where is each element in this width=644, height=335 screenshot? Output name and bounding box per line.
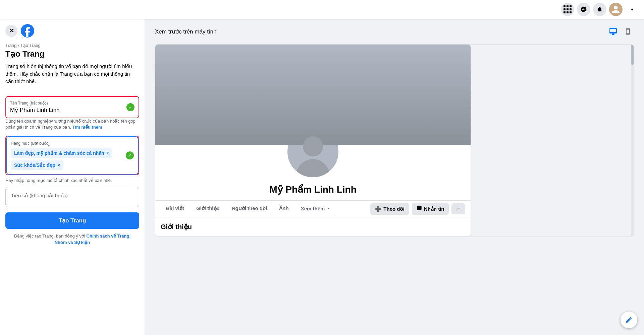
messenger-button[interactable] [577,3,590,16]
category-field-label: Hạng mục (Bắt buộc) [11,141,134,146]
preview-title: Xem trước trên máy tính [155,28,217,35]
scroll-track [631,45,634,236]
edit-icon [625,316,633,324]
preview-page-name: Mỹ Phẩm Linh Linh [155,183,471,200]
theo-doi-button[interactable]: ➕ Theo dõi [370,203,409,215]
preview-card: Mỹ Phẩm Linh Linh Bài viết Giới thiệu Ng… [155,45,471,236]
category-field[interactable]: Hạng mục (Bắt buộc) ✓ Làm đẹp, mỹ phẩm &… [6,136,139,175]
breadcrumb: Trang › Tạo Trang [5,43,139,48]
intro-title: Giới thiệu [161,223,465,231]
name-field-annotated: Tên Trang (bắt buộc) ✓ [5,96,139,118]
mobile-icon [625,27,631,36]
user-avatar[interactable] [609,3,623,16]
profile-avatar [286,125,340,179]
intro-section: Giới thiệu [155,217,471,236]
category-hint: Hãy nhập hạng mục mô tả chính xác nhất v… [5,178,139,183]
bell-icon [596,6,603,13]
scroll-thumb [631,45,634,65]
facebook-logo [21,24,34,38]
preview-scroll-area[interactable]: Mỹ Phẩm Linh Linh Bài viết Giới thiệu Ng… [155,44,634,237]
avatar-icon [611,5,621,14]
tab-bai-viet[interactable]: Bài viết [161,201,190,217]
messenger-icon [580,6,587,13]
name-input[interactable] [10,107,135,114]
avatar-silhouette [287,126,338,177]
category-field-annotated: Hạng mục (Bắt buộc) ✓ Làm đẹp, mỹ phẩm &… [5,136,139,175]
main-layout: ✕ Trang › Tạo Trang Tạo Trang Trang sẽ h… [0,19,644,335]
page-action-buttons: ➕ Theo dõi Nhắn tin ··· [370,203,465,215]
name-field-label: Tên Trang (bắt buộc) [10,101,135,106]
terms-link-2[interactable]: Nhóm và Sự kiện [55,240,90,245]
mobile-view-button[interactable] [622,25,634,38]
floating-edit-button[interactable] [621,312,637,328]
page-description: Trang sẽ hiển thị thông tin về bạn để mọ… [5,63,139,85]
tab-gioi-thieu[interactable]: Giới thiệu [191,201,225,217]
avatar-head [303,136,323,156]
chip-container: Làm đẹp, mỹ phẩm & chăm sóc cá nhân × Sứ… [11,148,134,170]
tab-nguoi-theo-doi[interactable]: Người theo dõi [226,201,273,217]
grid-menu-button[interactable] [561,3,574,16]
learn-more-link[interactable]: Tìm hiểu thêm [72,125,102,130]
notifications-button[interactable] [593,3,606,16]
name-hint: Dùng tên doanh nghiệp/thương hiệu/tổ chứ… [5,118,139,130]
sidebar-header: ✕ Trang › Tạo Trang Tạo Trang Trang sẽ h… [5,19,139,96]
top-navbar: ▾ [0,0,644,19]
theo-doi-icon: ➕ [375,206,381,212]
nhan-tin-button[interactable]: Nhắn tin [412,203,449,215]
nhan-tin-icon [417,206,422,212]
close-button[interactable]: ✕ [5,25,17,37]
avatar-body [296,159,330,179]
chip-beauty-close[interactable]: × [106,150,109,156]
name-field[interactable]: Tên Trang (bắt buộc) ✓ [6,97,139,118]
right-preview: Xem trước trên máy tính [145,19,644,335]
left-sidebar: ✕ Trang › Tạo Trang Tạo Trang Trang sẽ h… [0,19,145,335]
chip-health-close[interactable]: × [57,162,60,168]
chip-health[interactable]: Sức khỏe/Sắc đẹp × [11,160,63,170]
nav-icons-group: ▾ [561,3,639,16]
chip-beauty[interactable]: Làm đẹp, mỹ phẩm & chăm sóc cá nhân × [11,148,112,158]
create-page-button[interactable]: Tạo Trang [5,212,139,229]
page-title: Tạo Trang [5,49,139,59]
tab-xem-them[interactable]: Xem thêm [296,201,337,217]
bio-field[interactable]: Tiểu sử (không bắt buộc) [5,187,139,207]
preview-header: Xem trước trên máy tính [155,25,634,38]
close-fb-row: ✕ [5,24,139,38]
name-field-wrapper: Tên Trang (bắt buộc) ✓ 1 [5,96,139,118]
name-valid-icon: ✓ [126,103,135,111]
account-chevron-button[interactable]: ▾ [625,3,639,16]
chevron-down-icon [326,206,331,211]
chip-beauty-text: Làm đẹp, mỹ phẩm & chăm sóc cá nhân [14,150,104,156]
desktop-view-button[interactable] [607,25,619,38]
terms-text: Bằng việc tạo Trang, bạn đồng ý với Chín… [5,233,139,246]
bio-placeholder: Tiểu sử (không bắt buộc) [11,193,68,198]
terms-link-1[interactable]: Chính sách về Trang, [87,233,131,239]
more-options-button[interactable]: ··· [451,203,465,214]
chip-health-text: Sức khỏe/Sắc đẹp [14,162,55,168]
category-field-wrapper: Hạng mục (Bắt buộc) ✓ Làm đẹp, mỹ phẩm &… [5,136,139,175]
page-nav-tabs: Bài viết Giới thiệu Người theo dõi Ảnh X… [155,200,471,217]
desktop-icon [609,27,617,36]
tab-anh[interactable]: Ảnh [274,201,294,217]
grid-icon [564,5,572,13]
category-valid-icon: ✓ [126,151,134,159]
device-toggle-group [607,25,634,38]
